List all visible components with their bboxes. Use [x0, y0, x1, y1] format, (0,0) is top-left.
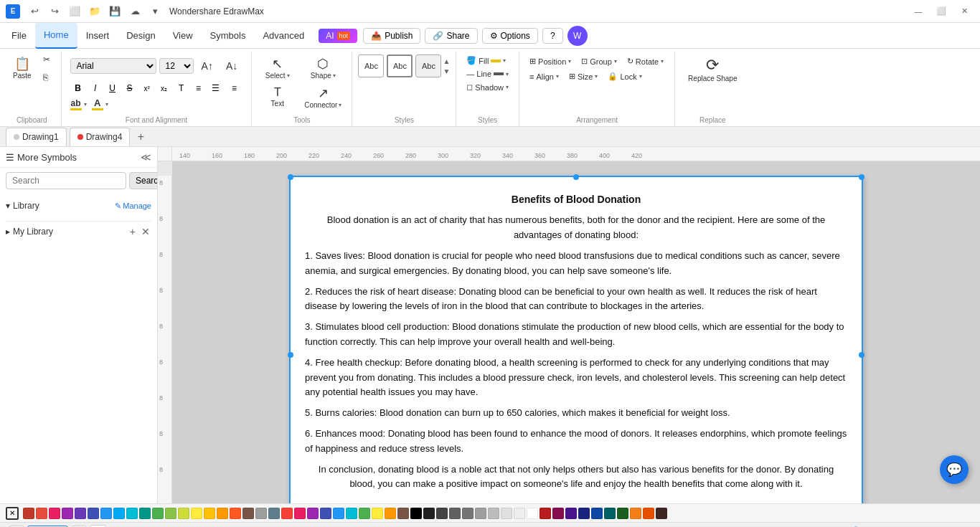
bullet-list-button[interactable]: ☰: [208, 80, 224, 96]
color-swatch[interactable]: [604, 508, 616, 519]
align-dropdown[interactable]: ▾: [556, 73, 559, 80]
group-button[interactable]: ⊡ Group ▾: [577, 54, 621, 68]
page-add-button[interactable]: +: [90, 525, 105, 528]
rotate-button[interactable]: ↻ Rotate ▾: [623, 54, 668, 68]
line-spacing-button[interactable]: ≡: [191, 80, 207, 96]
color-swatch[interactable]: [165, 508, 176, 519]
color-swatch[interactable]: [643, 508, 654, 519]
color-swatch[interactable]: [540, 508, 551, 519]
color-swatch[interactable]: [514, 508, 525, 519]
position-dropdown[interactable]: ▾: [568, 58, 571, 65]
color-swatch[interactable]: [268, 508, 280, 519]
color-swatch[interactable]: [23, 508, 34, 519]
text-color-btn[interactable]: A: [92, 98, 103, 110]
color-swatch[interactable]: [423, 508, 435, 519]
styles-up-arrow[interactable]: ▲: [443, 57, 450, 65]
menu-view[interactable]: View: [164, 23, 202, 49]
menu-insert[interactable]: Insert: [77, 23, 118, 49]
my-library-title[interactable]: ▸ My Library: [6, 227, 53, 237]
color-swatch[interactable]: [527, 508, 538, 519]
color-swatch[interactable]: [62, 508, 73, 519]
color-swatch[interactable]: [191, 508, 202, 519]
cut-button[interactable]: ✂: [38, 52, 55, 67]
selection-handle-right[interactable]: [859, 352, 864, 358]
selection-handle-topright[interactable]: [859, 174, 864, 180]
superscript-button[interactable]: x²: [139, 80, 155, 96]
shape-button[interactable]: ⬡ Shape ▾: [303, 54, 343, 82]
my-library-close-button[interactable]: ✕: [140, 224, 151, 239]
color-swatch[interactable]: [359, 508, 370, 519]
strikethrough-button[interactable]: S: [122, 80, 138, 96]
select-button[interactable]: ↖ Select ▾: [258, 54, 297, 82]
line-button[interactable]: — Line ▾: [462, 68, 513, 80]
text-color-dropdown[interactable]: ▾: [105, 101, 108, 108]
select-dropdown-arrow[interactable]: ▾: [287, 72, 290, 79]
group-dropdown[interactable]: ▾: [614, 58, 617, 65]
color-swatch[interactable]: [152, 508, 164, 519]
color-swatch[interactable]: [656, 508, 667, 519]
selection-handle-topleft[interactable]: [288, 174, 293, 180]
close-btn[interactable]: ✕: [954, 4, 974, 19]
size-button[interactable]: ⊞ Size ▾: [565, 70, 602, 83]
color-swatch[interactable]: [242, 508, 254, 519]
sidebar-collapse-button[interactable]: ≪: [141, 151, 151, 163]
color-swatch[interactable]: [178, 508, 189, 519]
undo-btn[interactable]: ↩: [26, 3, 43, 20]
cloud-btn[interactable]: ☁: [126, 3, 143, 20]
connector-dropdown-arrow[interactable]: ▾: [339, 102, 341, 108]
color-swatch[interactable]: [204, 508, 215, 519]
color-swatch[interactable]: [397, 508, 409, 519]
color-swatch[interactable]: [565, 508, 577, 519]
color-swatch[interactable]: [475, 508, 486, 519]
shadow-dropdown[interactable]: ▾: [506, 84, 509, 90]
minimize-btn[interactable]: —: [908, 4, 928, 19]
color-swatch[interactable]: [488, 508, 499, 519]
color-swatch[interactable]: [333, 508, 344, 519]
color-swatch[interactable]: [462, 508, 473, 519]
font-color-dropdown[interactable]: ▾: [84, 101, 87, 108]
my-library-add-button[interactable]: +: [128, 224, 137, 239]
fill-button[interactable]: 🪣 Fill ▾: [462, 54, 513, 67]
share-button[interactable]: 🔗 Share: [425, 28, 477, 44]
lock-button[interactable]: 🔒 Lock ▾: [603, 70, 646, 83]
size-dropdown[interactable]: ▾: [595, 73, 598, 80]
manage-button[interactable]: ✎ Manage: [115, 201, 151, 211]
menu-file[interactable]: File: [3, 23, 35, 49]
color-swatch[interactable]: [217, 508, 228, 519]
color-swatch[interactable]: [578, 508, 590, 519]
options-button[interactable]: ⚙ Options: [482, 28, 538, 44]
add-tab-button[interactable]: +: [133, 129, 149, 145]
font-size-select[interactable]: 12: [159, 58, 194, 74]
ai-button[interactable]: AI hot: [319, 29, 357, 43]
color-swatch[interactable]: [36, 508, 47, 519]
help-button[interactable]: ?: [542, 28, 563, 44]
align-button[interactable]: ≡ Align ▾: [525, 70, 563, 83]
color-swatch[interactable]: [281, 508, 293, 519]
color-swatch[interactable]: [307, 508, 319, 519]
subscript-button[interactable]: x₂: [156, 80, 172, 96]
lock-dropdown[interactable]: ▾: [639, 73, 642, 80]
open-btn[interactable]: 📁: [86, 3, 103, 20]
color-swatch[interactable]: [75, 508, 86, 519]
no-color-swatch[interactable]: ✕: [6, 507, 19, 520]
align-btn[interactable]: ≡: [227, 80, 242, 96]
floating-chat-button[interactable]: 💬: [940, 455, 969, 484]
bold-button[interactable]: B: [70, 80, 86, 96]
redo-btn[interactable]: ↪: [46, 3, 63, 20]
connector-button[interactable]: ↗ Connector ▾: [300, 84, 346, 112]
shape-dropdown-arrow[interactable]: ▾: [333, 72, 336, 79]
color-swatch[interactable]: [88, 508, 99, 519]
color-swatch[interactable]: [346, 508, 357, 519]
save-btn[interactable]: 💾: [106, 3, 123, 20]
italic-button[interactable]: I: [88, 80, 103, 96]
color-swatch[interactable]: [100, 508, 112, 519]
selection-handle-top[interactable]: [573, 174, 579, 180]
maximize-btn[interactable]: ⬜: [931, 4, 951, 19]
rotate-dropdown[interactable]: ▾: [661, 58, 664, 65]
underline-button[interactable]: U: [105, 80, 121, 96]
fill-dropdown[interactable]: ▾: [503, 57, 506, 64]
text-button[interactable]: T Text: [258, 84, 297, 110]
search-button[interactable]: Search: [129, 172, 158, 189]
color-swatch[interactable]: [385, 508, 396, 519]
tab-drawing1[interactable]: Drawing1: [6, 128, 67, 146]
